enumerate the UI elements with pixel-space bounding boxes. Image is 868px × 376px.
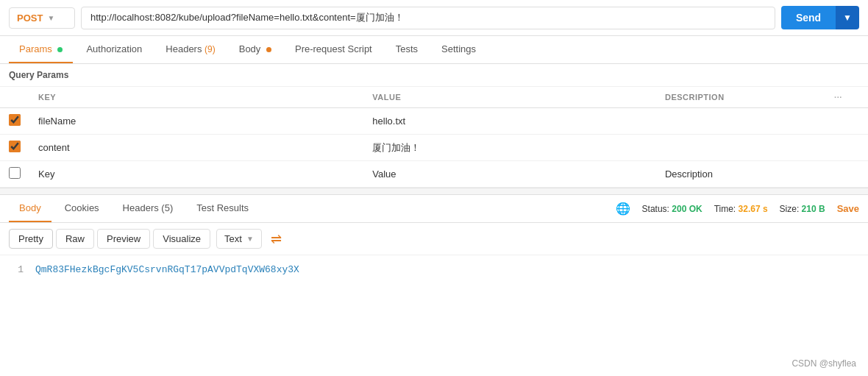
col-key: KEY bbox=[29, 87, 363, 108]
row2-value[interactable]: 厦门加油！ bbox=[363, 135, 656, 161]
format-preview-button[interactable]: Preview bbox=[97, 229, 150, 249]
col-action: ··· bbox=[825, 87, 868, 108]
globe-icon: 🌐 bbox=[616, 202, 630, 216]
params-table: KEY VALUE DESCRIPTION ··· fileName hello… bbox=[0, 87, 868, 188]
text-type-select[interactable]: Text ▼ bbox=[216, 229, 262, 249]
response-tabs: Body Cookies Headers (5) Test Results 🌐 … bbox=[0, 195, 868, 223]
more-icon[interactable]: ··· bbox=[834, 93, 842, 102]
section-divider bbox=[0, 188, 868, 195]
tab-params[interactable]: Params bbox=[9, 36, 73, 63]
format-visualize-button[interactable]: Visualize bbox=[153, 229, 210, 249]
placeholder-value[interactable]: Value bbox=[363, 161, 656, 188]
top-bar: POST ▼ Send ▼ bbox=[0, 0, 868, 36]
tab-tests[interactable]: Tests bbox=[385, 36, 428, 63]
send-button-group: Send ▼ bbox=[781, 6, 859, 29]
tab-authorization[interactable]: Authorization bbox=[76, 36, 152, 63]
method-select[interactable]: POST ▼ bbox=[9, 7, 75, 29]
tab-headers[interactable]: Headers (9) bbox=[155, 36, 225, 63]
size-label: Size: 210 B bbox=[780, 204, 825, 214]
row1-key[interactable]: fileName bbox=[29, 108, 363, 135]
status-label: Status: 200 OK bbox=[642, 204, 702, 214]
tab-body[interactable]: Body bbox=[229, 36, 282, 63]
url-input[interactable] bbox=[81, 7, 775, 29]
row1-action bbox=[825, 108, 868, 135]
col-check bbox=[0, 87, 29, 108]
placeholder-key[interactable]: Key bbox=[29, 161, 363, 188]
status-value: 200 OK bbox=[672, 204, 702, 214]
row2-key[interactable]: content bbox=[29, 135, 363, 161]
size-value: 210 B bbox=[802, 204, 825, 214]
row1-description[interactable] bbox=[656, 108, 825, 135]
tab-settings[interactable]: Settings bbox=[431, 36, 486, 63]
method-chevron: ▼ bbox=[47, 14, 54, 22]
col-value: VALUE bbox=[363, 87, 656, 108]
query-params-header: Query Params bbox=[0, 64, 868, 87]
request-tabs: Params Authorization Headers (9) Body Pr… bbox=[0, 36, 868, 64]
placeholder-action bbox=[825, 161, 868, 188]
row2-description[interactable] bbox=[656, 135, 825, 161]
format-raw-button[interactable]: Raw bbox=[56, 229, 94, 249]
send-button[interactable]: Send bbox=[781, 6, 836, 29]
time-value: 32.67 s bbox=[739, 204, 768, 214]
format-bar: Pretty Raw Preview Visualize Text ▼ ⇌ bbox=[0, 223, 868, 255]
placeholder-checkbox[interactable] bbox=[9, 167, 21, 179]
row2-action bbox=[825, 135, 868, 161]
response-meta: 🌐 Status: 200 OK Time: 32.67 s Size: 210… bbox=[616, 202, 859, 216]
time-label: Time: 32.67 s bbox=[714, 204, 768, 214]
row1-checkbox[interactable] bbox=[9, 114, 21, 126]
resp-tab-body[interactable]: Body bbox=[9, 195, 51, 222]
method-label: POST bbox=[17, 13, 43, 24]
col-description: DESCRIPTION bbox=[656, 87, 825, 108]
headers-badge: (9) bbox=[204, 44, 216, 54]
params-dot bbox=[57, 47, 63, 52]
placeholder-check-cell bbox=[0, 161, 29, 188]
code-area: 1 QmR83FHezkBgcFgKV5CsrvnRGqT17pAVVpdTqV… bbox=[0, 255, 868, 284]
line-number: 1 bbox=[9, 264, 24, 275]
resp-tab-test-results[interactable]: Test Results bbox=[186, 195, 259, 222]
row2-check-cell bbox=[0, 135, 29, 161]
body-dot bbox=[266, 47, 271, 52]
row1-value[interactable]: hello.txt bbox=[363, 108, 656, 135]
wrap-icon[interactable]: ⇌ bbox=[271, 231, 282, 247]
row1-check-cell bbox=[0, 108, 29, 135]
text-type-chevron: ▼ bbox=[246, 235, 254, 243]
resp-headers-badge: (5) bbox=[161, 202, 173, 213]
resp-tab-cookies[interactable]: Cookies bbox=[54, 195, 110, 222]
table-row: fileName hello.txt bbox=[0, 108, 868, 135]
text-type-label: Text bbox=[224, 233, 242, 244]
tab-prerequest[interactable]: Pre-request Script bbox=[285, 36, 383, 63]
row2-checkbox[interactable] bbox=[9, 141, 21, 152]
table-row-placeholder: Key Value Description bbox=[0, 161, 868, 188]
send-dropdown-button[interactable]: ▼ bbox=[836, 6, 859, 29]
table-row: content 厦门加油！ bbox=[0, 135, 868, 161]
format-pretty-button[interactable]: Pretty bbox=[9, 229, 53, 249]
resp-tab-headers[interactable]: Headers (5) bbox=[113, 195, 184, 222]
save-button[interactable]: Save bbox=[837, 203, 859, 214]
placeholder-description[interactable]: Description bbox=[656, 161, 825, 188]
code-content[interactable]: QmR83FHezkBgcFgKV5CsrvnRGqT17pAVVpdTqVXW… bbox=[35, 264, 859, 275]
